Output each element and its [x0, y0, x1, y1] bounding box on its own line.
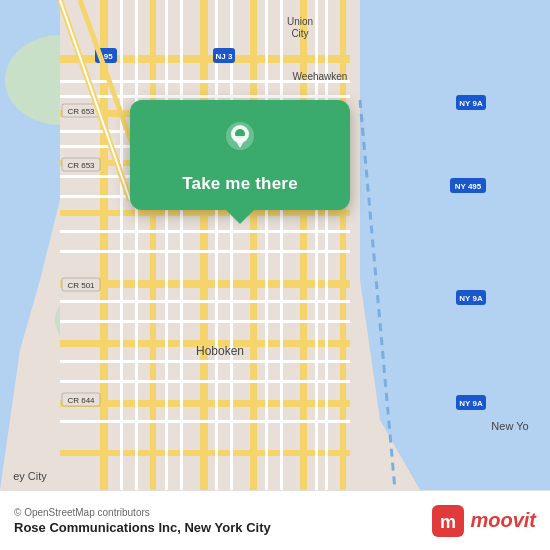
- moovit-text-label: moovit: [470, 509, 536, 532]
- svg-text:Union: Union: [287, 16, 313, 27]
- location-name-text: Rose Communications Inc, New York City: [14, 520, 271, 535]
- svg-text:CR 653: CR 653: [67, 161, 95, 170]
- svg-rect-28: [60, 300, 350, 303]
- svg-rect-39: [265, 0, 268, 490]
- svg-text:CR 644: CR 644: [67, 396, 95, 405]
- svg-text:m: m: [440, 512, 456, 532]
- svg-rect-17: [250, 0, 257, 490]
- svg-text:ey City: ey City: [13, 470, 47, 482]
- svg-rect-31: [60, 380, 350, 383]
- bottom-bar: © OpenStreetMap contributors Rose Commun…: [0, 490, 550, 550]
- svg-rect-32: [60, 420, 350, 423]
- location-pin-icon: [218, 120, 262, 164]
- svg-text:CR 501: CR 501: [67, 281, 95, 290]
- svg-text:Hoboken: Hoboken: [196, 344, 244, 358]
- svg-text:NY 495: NY 495: [455, 182, 482, 191]
- svg-text:Weehawken: Weehawken: [293, 71, 348, 82]
- map-container: CR 653 CR 653 CR 501 CR 644 I 95 NJ 3 NY…: [0, 0, 550, 490]
- svg-rect-34: [135, 0, 138, 490]
- svg-rect-37: [215, 0, 218, 490]
- svg-text:NY 9A: NY 9A: [459, 399, 483, 408]
- take-me-there-button[interactable]: Take me there: [182, 174, 298, 194]
- svg-marker-1: [355, 0, 550, 490]
- svg-rect-15: [150, 0, 156, 490]
- svg-text:CR 653: CR 653: [67, 107, 95, 116]
- svg-rect-30: [60, 360, 350, 363]
- svg-rect-26: [60, 230, 350, 233]
- svg-rect-33: [120, 0, 123, 490]
- location-popup: Take me there: [130, 100, 350, 210]
- svg-text:City: City: [291, 28, 308, 39]
- svg-rect-40: [280, 0, 283, 490]
- svg-rect-29: [60, 320, 350, 323]
- svg-text:NY 9A: NY 9A: [459, 99, 483, 108]
- attribution-text: © OpenStreetMap contributors: [14, 507, 271, 518]
- svg-rect-35: [165, 0, 168, 490]
- svg-rect-16: [200, 0, 208, 490]
- svg-text:New Yo: New Yo: [491, 420, 528, 432]
- svg-rect-38: [230, 0, 233, 490]
- svg-text:NY 9A: NY 9A: [459, 294, 483, 303]
- bottom-left-info: © OpenStreetMap contributors Rose Commun…: [14, 507, 271, 535]
- moovit-logo: m moovit: [432, 505, 536, 537]
- moovit-brand-icon: m: [432, 505, 464, 537]
- svg-rect-27: [60, 250, 350, 253]
- svg-text:NJ 3: NJ 3: [216, 52, 233, 61]
- svg-rect-21: [60, 95, 350, 98]
- svg-rect-36: [180, 0, 183, 490]
